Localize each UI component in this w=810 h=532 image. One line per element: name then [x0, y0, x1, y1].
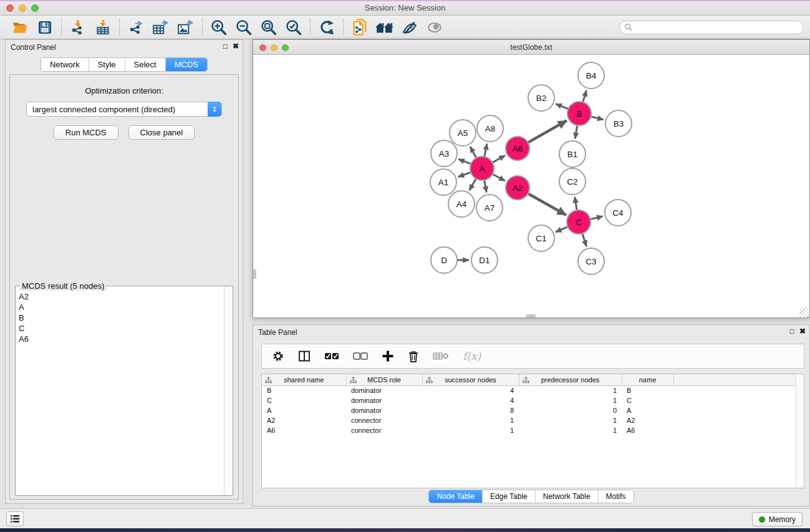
graph-node-C2[interactable]: C2 [559, 168, 586, 195]
export-image-icon[interactable] [173, 17, 198, 37]
zoom-in-icon[interactable] [206, 17, 231, 37]
close-table-panel-icon[interactable]: ✖ [799, 327, 806, 336]
mcds-result-item[interactable]: A6 [16, 334, 223, 344]
graph-edge-A-A7[interactable] [485, 181, 487, 193]
network-canvas[interactable]: A5A8A6A3AA1A2A4A7B2B4BB3B1C2C4CC1C3DD1 [253, 55, 809, 317]
mcds-result-item[interactable]: A2 [16, 291, 223, 302]
graph-node-A7[interactable]: A7 [476, 195, 503, 221]
table-settings-gear-icon[interactable] [272, 350, 284, 362]
show-graphics-details-icon[interactable] [422, 17, 447, 37]
graph-edge-A-A8[interactable] [485, 143, 487, 156]
graph-edge-B-B1[interactable] [575, 126, 577, 139]
graph-node-A2[interactable]: A2 [506, 176, 529, 200]
graph-node-C1[interactable]: C1 [528, 225, 554, 251]
window-resize-grip[interactable] [799, 307, 809, 317]
table-tab-motifs[interactable]: Motifs [599, 490, 634, 503]
clone-network-icon[interactable] [347, 17, 372, 37]
graph-node-B2[interactable]: B2 [528, 85, 554, 111]
graph-edge-A6-B[interactable] [528, 120, 567, 142]
add-column-icon[interactable] [382, 350, 394, 362]
zoom-fit-icon[interactable] [256, 17, 281, 37]
graph-node-B4[interactable]: B4 [578, 62, 604, 89]
show-panels-list-button[interactable] [6, 511, 24, 526]
float-panel-icon[interactable]: □ [223, 42, 228, 51]
mcds-result-item[interactable]: B [16, 312, 223, 323]
graph-edge-B-B2[interactable] [556, 104, 567, 109]
graph-edge-A-A4[interactable] [470, 179, 476, 190]
graph-node-A[interactable]: A [470, 157, 494, 180]
graph-node-C4[interactable]: C4 [605, 200, 631, 226]
graph-node-C3[interactable]: C3 [578, 248, 604, 274]
table-tab-node-table[interactable]: Node Table [429, 490, 483, 503]
close-panel-button[interactable]: Close panel [128, 125, 195, 140]
close-panel-icon[interactable]: ✖ [233, 42, 239, 51]
table-tab-edge-table[interactable]: Edge Table [483, 490, 536, 503]
graph-node-D1[interactable]: D1 [471, 247, 498, 273]
graph-node-B3[interactable]: B3 [605, 110, 632, 137]
graph-edge-A-A1[interactable] [458, 173, 471, 177]
select-all-columns-icon[interactable] [324, 352, 339, 360]
mcds-result-item[interactable]: C [16, 323, 223, 334]
graph-edge-A-A3[interactable] [458, 159, 470, 164]
graph-node-A4[interactable]: A4 [448, 191, 475, 217]
import-network-icon[interactable] [65, 17, 90, 37]
tab-style[interactable]: Style [89, 58, 125, 71]
import-table-icon[interactable] [90, 17, 115, 37]
table-row[interactable]: Cdominator41C [262, 395, 803, 405]
mcds-result-item[interactable]: A [16, 302, 223, 312]
graph-edge-B-B4[interactable] [583, 90, 587, 102]
run-mcds-button[interactable]: Run MCDS [54, 125, 118, 140]
column-header-successor-nodes[interactable]: successor nodes [422, 374, 519, 385]
column-header-predecessor-nodes[interactable]: predecessor nodes [519, 374, 622, 385]
graph-node-A5[interactable]: A5 [450, 120, 476, 146]
column-view-icon[interactable] [298, 350, 311, 362]
result-scrollbar[interactable] [224, 286, 233, 495]
graph-edge-B-B3[interactable] [591, 117, 603, 120]
tab-network[interactable]: Network [41, 58, 89, 71]
zoom-out-icon[interactable] [231, 17, 256, 37]
float-table-panel-icon[interactable]: □ [790, 327, 794, 336]
tab-mcds[interactable]: MCDS [166, 58, 207, 71]
column-header-shared-name[interactable]: shared name [262, 374, 346, 385]
graph-node-A3[interactable]: A3 [431, 140, 457, 167]
graph-edge-A-A2[interactable] [493, 175, 505, 181]
graph-node-D[interactable]: D [431, 247, 457, 273]
column-header-name[interactable]: name [622, 374, 673, 385]
graph-node-B[interactable]: B [567, 102, 591, 125]
graph-node-B1[interactable]: B1 [559, 141, 586, 167]
network-window-titlebar[interactable]: testGlobe.txt [253, 40, 809, 55]
graph-node-A8[interactable]: A8 [477, 115, 503, 142]
graph-edge-A-A6[interactable] [493, 155, 505, 162]
table-row[interactable]: Adominator80A [262, 405, 803, 415]
refresh-icon[interactable] [314, 17, 339, 37]
network-graph[interactable]: A5A8A6A3AA1A2A4A7B2B4BB3B1C2C4CC1C3DD1 [253, 55, 809, 317]
table-scrollbar[interactable] [796, 374, 804, 488]
tab-select[interactable]: Select [125, 58, 166, 71]
export-table-icon[interactable] [148, 17, 173, 37]
delete-column-trash-icon[interactable] [408, 350, 419, 362]
graph-edge-A-A5[interactable] [470, 147, 476, 157]
graph-node-C[interactable]: C [567, 210, 591, 234]
column-header-MCDS-role[interactable]: MCDS role [346, 374, 422, 385]
unselect-all-columns-icon[interactable] [353, 352, 368, 360]
export-network-icon[interactable] [123, 17, 148, 37]
table-tab-network-table[interactable]: Network Table [536, 490, 599, 503]
graph-edge-C-C1[interactable] [556, 227, 567, 232]
criterion-dropdown[interactable]: largest connected component (directed) ▲… [26, 102, 222, 117]
zoom-selected-icon[interactable] [281, 17, 306, 37]
network-home-icon[interactable] [372, 17, 397, 37]
memory-button[interactable]: Memory [752, 512, 803, 526]
table-row[interactable]: A2connector11A2 [262, 415, 803, 425]
save-session-icon[interactable] [32, 17, 57, 37]
table-row[interactable]: Bdominator41B [262, 385, 803, 395]
graph-edge-C-C3[interactable] [582, 234, 586, 246]
graph-edge-C-C2[interactable] [575, 197, 577, 210]
graph-edge-C-C4[interactable] [591, 216, 602, 220]
table-row[interactable]: A6connector11A6 [262, 425, 803, 435]
graph-edge-A2-C[interactable] [528, 194, 566, 215]
open-session-icon[interactable] [7, 17, 32, 37]
search-input[interactable] [619, 21, 804, 34]
graph-node-A6[interactable]: A6 [506, 137, 529, 160]
hide-graphics-details-icon[interactable] [397, 17, 422, 37]
graph-node-A1[interactable]: A1 [430, 169, 456, 195]
